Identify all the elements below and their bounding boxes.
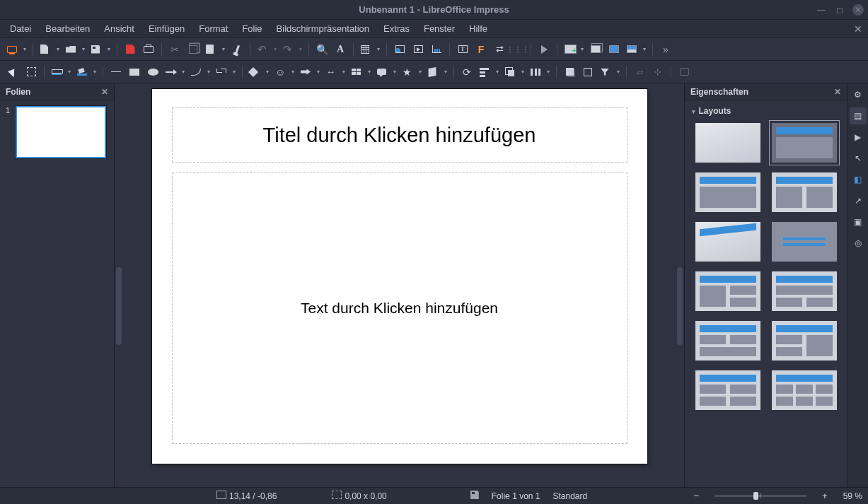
select-tool-button[interactable] [4, 64, 21, 81]
stars-button[interactable]: ★ [400, 64, 424, 81]
zoom-out-button[interactable]: − [690, 491, 702, 501]
3d-objects-button[interactable] [425, 64, 449, 81]
zoom-slider-thumb[interactable] [753, 492, 758, 500]
new-button[interactable] [37, 41, 62, 58]
fill-color-button[interactable] [74, 64, 98, 81]
menu-bearbeiten[interactable]: Bearbeiten [38, 20, 97, 37]
sidebar-tab-properties[interactable]: ▤ [850, 107, 867, 124]
curve-tool-button[interactable] [188, 64, 212, 81]
menubar-close-icon[interactable]: ✕ [854, 20, 862, 38]
redo-button[interactable]: ↷ [280, 41, 304, 58]
title-placeholder[interactable]: Titel durch Klicken hinzufügen [172, 107, 627, 163]
block-arrows-button[interactable] [298, 64, 322, 81]
slide-layout-button[interactable] [624, 41, 648, 58]
menu-ansicht[interactable]: Ansicht [97, 20, 141, 37]
line-color-button[interactable] [49, 64, 73, 81]
line-tool-button[interactable] [108, 64, 125, 81]
sidebar-tab-navigator[interactable]: ◎ [850, 235, 867, 252]
export-pdf-button[interactable] [122, 41, 139, 58]
status-modified-icon[interactable] [470, 491, 479, 501]
crop-button[interactable] [579, 64, 596, 81]
layout-centered-text[interactable] [772, 222, 837, 262]
zoom-pan-button[interactable] [23, 64, 40, 81]
menu-hilfe[interactable]: Hilfe [462, 20, 494, 37]
slides-panel-close-icon[interactable]: ✕ [101, 87, 108, 97]
flowchart-button[interactable] [349, 64, 373, 81]
sidebar-tab-styles[interactable]: ↗ [850, 192, 867, 209]
insert-media-button[interactable] [410, 41, 427, 58]
points-button[interactable]: ▱ [631, 64, 648, 81]
paste-button[interactable] [203, 41, 227, 58]
two-way-button[interactable]: ↔ [323, 64, 347, 81]
duplicate-slide-button[interactable] [587, 41, 604, 58]
zoom-in-button[interactable]: + [819, 491, 831, 501]
arrow-tool-button[interactable] [163, 64, 187, 81]
window-maximize-icon[interactable]: ◻ [834, 4, 845, 16]
ellipse-tool-button[interactable] [144, 64, 161, 81]
start-from-first-button[interactable] [536, 41, 552, 58]
layout-two-content[interactable] [772, 172, 837, 212]
basic-shapes-button[interactable] [247, 64, 271, 81]
menu-datei[interactable]: Datei [3, 20, 38, 37]
textbox-button[interactable]: T [454, 41, 471, 58]
menu-fenster[interactable]: Fenster [417, 20, 462, 37]
rotate-button[interactable]: ⟳ [458, 64, 475, 81]
layout-two-content-b[interactable] [695, 271, 760, 311]
align-button[interactable] [477, 64, 501, 81]
save-button[interactable] [88, 41, 112, 58]
sidebar-tab-master[interactable]: ◧ [850, 171, 867, 188]
symbol-shapes-button[interactable]: ☺ [272, 64, 296, 81]
properties-panel-close-icon[interactable]: ✕ [834, 87, 841, 97]
filter-button[interactable] [598, 64, 622, 81]
status-slide-info[interactable]: Folie 1 von 1 [492, 491, 540, 501]
new-slide-button[interactable] [562, 41, 586, 58]
print-button[interactable] [140, 41, 157, 58]
menu-format[interactable]: Format [192, 20, 235, 37]
undo-button[interactable]: ↶ [255, 41, 279, 58]
slide-properties-button[interactable] [606, 41, 623, 58]
slide-canvas[interactable]: Titel durch Klicken hinzufügen Text durc… [152, 89, 647, 464]
callouts-button[interactable] [374, 64, 398, 81]
sidebar-tab-animation[interactable]: ↖ [850, 150, 867, 167]
spellcheck-button[interactable]: A [332, 41, 349, 58]
window-minimize-icon[interactable]: — [816, 4, 827, 16]
menu-bildschirmpraesentation[interactable]: Bildschirmpräsentation [270, 20, 377, 37]
sidebar-tab-slide-transition[interactable]: ▶ [850, 129, 867, 146]
slide-thumbnail-1[interactable]: 1 [6, 106, 108, 158]
shadow-button[interactable] [561, 64, 578, 81]
zoom-level[interactable]: 59 % [843, 491, 862, 501]
menu-folie[interactable]: Folie [235, 20, 269, 37]
copy-button[interactable] [185, 41, 202, 58]
layout-title-slide[interactable] [695, 222, 760, 262]
layout-blank[interactable] [695, 123, 760, 163]
clone-formatting-button[interactable] [228, 41, 245, 58]
content-placeholder[interactable]: Text durch Klicken hinzufügen [172, 172, 627, 444]
layouts-section-title[interactable]: Layouts [690, 103, 841, 119]
fontwork-button[interactable]: F [473, 41, 490, 58]
display-grid-button[interactable] [358, 41, 382, 58]
cut-button[interactable]: ✂ [166, 41, 183, 58]
layout-one-over-two[interactable] [772, 321, 837, 361]
special-char-button[interactable]: ⋮⋮⋮ [509, 41, 526, 58]
window-close-icon[interactable]: ✕ [852, 4, 864, 16]
start-presentation-button[interactable] [4, 41, 28, 58]
zoom-slider[interactable] [714, 495, 806, 497]
open-button[interactable] [63, 41, 87, 58]
menu-einfuegen[interactable]: Einfügen [141, 20, 192, 37]
layout-two-over-one[interactable] [695, 321, 760, 361]
layout-four-content[interactable] [695, 370, 760, 410]
distribute-button[interactable] [528, 64, 552, 81]
hyperlink-button[interactable]: ⇄ [491, 41, 508, 58]
rectangle-tool-button[interactable] [126, 64, 143, 81]
right-scroll-handle[interactable] [677, 267, 683, 345]
insert-chart-button[interactable] [428, 41, 445, 58]
connector-tool-button[interactable] [214, 64, 238, 81]
layout-content-two[interactable] [772, 271, 837, 311]
arrange-button[interactable] [502, 64, 526, 81]
toolbar-overflow-button[interactable]: » [657, 41, 674, 58]
extrusion-button[interactable] [676, 64, 693, 81]
menu-extras[interactable]: Extras [376, 20, 417, 37]
sidebar-tab-gallery[interactable]: ▣ [850, 213, 867, 230]
gluepoints-button[interactable]: ⊹ [649, 64, 666, 81]
layout-six-content[interactable] [772, 370, 837, 410]
